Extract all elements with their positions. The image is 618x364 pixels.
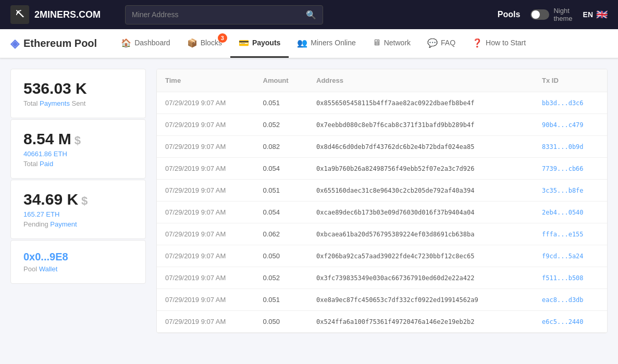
cell-time: 07/29/2019 9:07 AM xyxy=(157,114,255,136)
table-row: 07/29/2019 9:07 AM 0.082 0x8d46c6d0deb7d… xyxy=(157,136,607,158)
table-row: 07/29/2019 9:07 AM 0.054 0xcae89dec6b173… xyxy=(157,202,607,223)
cell-time: 07/29/2019 9:07 AM xyxy=(157,180,255,202)
col-header-time: Time xyxy=(157,69,255,92)
cell-time: 07/29/2019 9:07 AM xyxy=(157,267,255,289)
payments-link[interactable]: Payments xyxy=(40,99,70,107)
nav-icon-how-to-start: ❓ xyxy=(472,38,483,48)
cell-txid[interactable]: f9cd...5a24 xyxy=(534,245,607,267)
nav-icon-faq: 💬 xyxy=(427,38,438,48)
cell-txid[interactable]: 3c35...b8fe xyxy=(534,180,607,202)
table-row: 07/29/2019 9:07 AM 0.052 0x3fc739835349e… xyxy=(157,267,607,289)
lang-code: EN xyxy=(583,10,593,19)
cell-address: 0xcae89dec6b173b03e09d76030d016f37b9404a… xyxy=(308,202,534,223)
nav-item-payouts[interactable]: 💳 Payouts xyxy=(230,29,289,58)
col-header-address: Address xyxy=(308,69,534,92)
nav-item-miners-online[interactable]: 👥 Miners Online xyxy=(289,29,364,58)
nav-icon-network: 🖥 xyxy=(373,38,381,47)
paid-link[interactable]: Paid xyxy=(40,160,53,168)
cell-amount: 0.054 xyxy=(255,158,308,180)
nav-label-dashboard: Dashboard xyxy=(134,39,170,47)
wallet-link-label[interactable]: Wallet xyxy=(39,265,58,273)
paid-card: 8.54 M $ 40661.86 ETH Total Paid xyxy=(10,119,146,179)
nav-label-how-to-start: How to Start xyxy=(486,39,526,47)
cell-time: 07/29/2019 9:07 AM xyxy=(157,202,255,223)
language-selector[interactable]: EN 🇬🇧 xyxy=(583,9,608,20)
topbar-right: Pools Night theme EN 🇬🇧 xyxy=(498,7,608,22)
badge-blocks: 3 xyxy=(218,33,227,43)
paid-value: 8.54 M $ xyxy=(23,130,133,148)
cell-address: 0x3fc739835349e030ac667367910ed60d2e22a4… xyxy=(308,267,534,289)
cell-txid[interactable]: 8331...0b9d xyxy=(534,136,607,158)
pool-title-text: Ethereum Pool xyxy=(23,37,97,49)
cell-txid[interactable]: e6c5...2440 xyxy=(534,311,607,333)
payouts-table: TimeAmountAddressTx ID 07/29/2019 9:07 A… xyxy=(157,69,607,333)
nav-item-faq[interactable]: 💬 FAQ xyxy=(419,29,464,58)
wallet-card: 0x0...9E8 Pool Wallet xyxy=(10,240,146,284)
cell-time: 07/29/2019 9:07 AM xyxy=(157,92,255,114)
nav-item-blocks[interactable]: 📦 Blocks 3 xyxy=(179,29,230,58)
search-button[interactable]: 🔍 xyxy=(300,6,323,24)
cell-amount: 0.051 xyxy=(255,92,308,114)
nav-label-faq: FAQ xyxy=(441,39,455,47)
nav-item-how-to-start[interactable]: ❓ How to Start xyxy=(464,29,534,58)
cell-txid[interactable]: eac8...d3db xyxy=(534,289,607,311)
eth-icon: ◈ xyxy=(10,37,19,51)
flag-icon: 🇬🇧 xyxy=(596,9,608,20)
payments-label: Total Payments Sent xyxy=(23,99,133,107)
logo-icon: ⛏ xyxy=(10,5,29,24)
cell-amount: 0.050 xyxy=(255,311,308,333)
table-body: 07/29/2019 9:07 AM 0.051 0x8556505458115… xyxy=(157,92,607,333)
cell-address: 0x8556505458115b4ff7aae82ac0922dbaefb8be… xyxy=(308,92,534,114)
table-row: 07/29/2019 9:07 AM 0.054 0x1a9b760b26a82… xyxy=(157,158,607,180)
wallet-address[interactable]: 0x0...9E8 xyxy=(23,251,133,263)
main-content: 536.03 K Total Payments Sent 8.54 M $ 40… xyxy=(0,58,618,344)
night-theme-toggle: Night theme xyxy=(530,7,572,22)
cell-txid[interactable]: 90b4...c479 xyxy=(534,114,607,136)
payouts-table-area: TimeAmountAddressTx ID 07/29/2019 9:07 A… xyxy=(156,69,608,333)
cell-txid[interactable]: 2eb4...0540 xyxy=(534,202,607,223)
cell-time: 07/29/2019 9:07 AM xyxy=(157,158,255,180)
cell-amount: 0.051 xyxy=(255,289,308,311)
nav-item-dashboard[interactable]: 🏠 Dashboard xyxy=(113,29,179,58)
cell-address: 0x655160daec31c8e96430c2cb205de792af40a3… xyxy=(308,180,534,202)
pending-link[interactable]: Payment xyxy=(50,220,77,228)
cell-txid[interactable]: bb3d...d3c6 xyxy=(534,92,607,114)
table-row: 07/29/2019 9:07 AM 0.062 0xbcaea61ba20d5… xyxy=(157,223,607,245)
cell-amount: 0.062 xyxy=(255,223,308,245)
nav-icon-miners-online: 👥 xyxy=(297,38,307,48)
col-header-tx-id: Tx ID xyxy=(534,69,607,92)
search-bar: 🔍 xyxy=(125,5,323,24)
col-header-amount: Amount xyxy=(255,69,308,92)
cell-txid[interactable]: 7739...cb66 xyxy=(534,158,607,180)
table-row: 07/29/2019 9:07 AM 0.051 0xe8a9ec87fc450… xyxy=(157,289,607,311)
topbar: ⛏ 2MINERS.COM 🔍 Pools Night theme EN 🇬🇧 xyxy=(0,0,618,29)
cell-amount: 0.052 xyxy=(255,114,308,136)
table-row: 07/29/2019 9:07 AM 0.052 0x7eebbd080c8eb… xyxy=(157,114,607,136)
search-input[interactable] xyxy=(126,6,300,23)
pools-link[interactable]: Pools xyxy=(498,10,521,19)
cell-time: 07/29/2019 9:07 AM xyxy=(157,223,255,245)
main-nav: 🏠 Dashboard 📦 Blocks 3💳 Payouts 👥 Miners… xyxy=(113,29,534,58)
cell-time: 07/29/2019 9:07 AM xyxy=(157,136,255,158)
pending-value: 34.69 K $ xyxy=(23,191,133,208)
cell-time: 07/29/2019 9:07 AM xyxy=(157,311,255,333)
nav-label-network: Network xyxy=(384,39,411,47)
table-row: 07/29/2019 9:07 AM 0.050 0x524ffa6a100f7… xyxy=(157,311,607,333)
night-theme-label: Night theme xyxy=(553,7,572,22)
cell-amount: 0.051 xyxy=(255,180,308,202)
nav-item-network[interactable]: 🖥 Network xyxy=(364,29,419,58)
cell-txid[interactable]: fffa...e155 xyxy=(534,223,607,245)
cell-address: 0x7eebbd080c8eb7f6cab8c371f31bafd9bb289b… xyxy=(308,114,534,136)
payments-value: 536.03 K xyxy=(23,80,133,97)
nav-icon-dashboard: 🏠 xyxy=(121,38,131,48)
cell-amount: 0.052 xyxy=(255,267,308,289)
payments-card: 536.03 K Total Payments Sent xyxy=(10,69,146,118)
night-theme-switch[interactable] xyxy=(530,9,549,20)
logo-area: ⛏ 2MINERS.COM xyxy=(10,5,115,24)
cell-amount: 0.050 xyxy=(255,245,308,267)
subnav: ◈ Ethereum Pool 🏠 Dashboard 📦 Blocks 3💳 … xyxy=(0,29,618,58)
pending-card: 34.69 K $ 165.27 ETH Pending Payment xyxy=(10,180,146,239)
pool-title: ◈ Ethereum Pool xyxy=(10,37,97,51)
cell-amount: 0.082 xyxy=(255,136,308,158)
cell-txid[interactable]: f511...b508 xyxy=(534,267,607,289)
